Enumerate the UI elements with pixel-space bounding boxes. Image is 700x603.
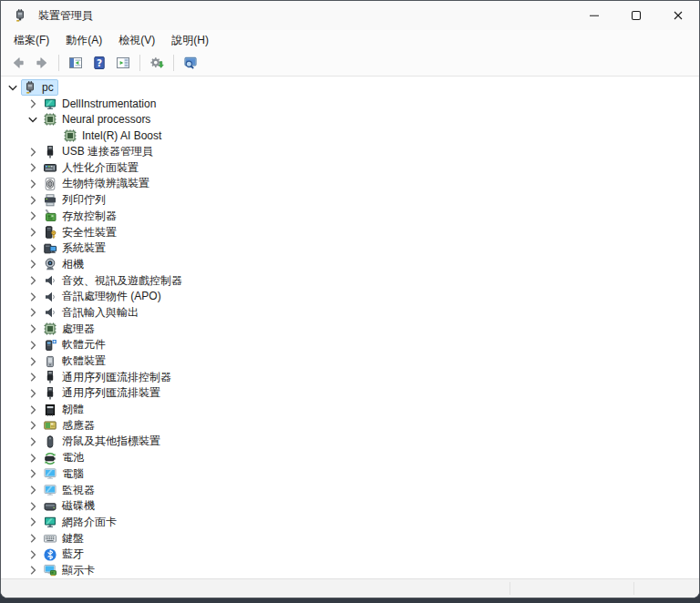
tree-row[interactable]: 通用序列匯流排控制器 xyxy=(1,369,699,385)
chevron-right-icon[interactable] xyxy=(25,499,41,514)
tree-node[interactable]: 感應器 xyxy=(41,417,99,434)
tree-row[interactable]: 軟體元件 xyxy=(1,337,699,353)
tree-node[interactable]: 電池 xyxy=(41,449,88,466)
tree-node[interactable]: 人性化介面裝置 xyxy=(41,159,143,177)
tree-node[interactable]: 軟體裝置 xyxy=(41,353,110,370)
tree-node[interactable]: DellInstrumentation xyxy=(41,96,160,112)
update-driver-button[interactable] xyxy=(146,52,168,74)
tree-node[interactable]: 滑鼠及其他指標裝置 xyxy=(41,433,165,450)
chevron-right-icon[interactable] xyxy=(25,547,41,562)
tree-node[interactable]: 相機 xyxy=(41,256,88,273)
tree-row[interactable]: 生物特徵辨識裝置 xyxy=(1,176,699,192)
tree-node[interactable]: 鍵盤 xyxy=(41,530,88,547)
chevron-right-icon[interactable] xyxy=(25,160,41,175)
tree-row[interactable]: 感應器 xyxy=(1,417,699,434)
chevron-right-icon[interactable] xyxy=(25,290,41,304)
tree-row[interactable]: 網路介面卡 xyxy=(1,515,699,531)
tree-node[interactable]: 電腦 xyxy=(41,465,88,483)
tree-row[interactable]: DellInstrumentation xyxy=(1,96,699,112)
tree-node[interactable]: 生物特徵辨識裝置 xyxy=(41,175,154,192)
tree-node[interactable]: 軟體元件 xyxy=(41,336,110,353)
tree-node[interactable]: Intel(R) AI Boost xyxy=(61,128,166,144)
back-button[interactable] xyxy=(7,52,29,74)
chevron-right-icon[interactable] xyxy=(25,209,41,223)
chevron-right-icon[interactable] xyxy=(25,273,41,288)
tree-row[interactable]: 列印佇列 xyxy=(1,192,699,209)
chevron-right-icon[interactable] xyxy=(25,225,41,240)
chevron-right-icon[interactable] xyxy=(25,97,41,111)
menu-item-action[interactable]: 動作(A) xyxy=(57,30,110,51)
chevron-right-icon[interactable] xyxy=(25,177,41,191)
tree-row[interactable]: pc xyxy=(1,79,699,96)
tree-node[interactable]: 監視器 xyxy=(41,482,99,499)
tree-node[interactable]: 處理器 xyxy=(41,321,99,338)
chevron-right-icon[interactable] xyxy=(25,515,41,529)
tree-row[interactable]: USB 連接器管理員 xyxy=(1,144,699,160)
tree-row[interactable]: 磁碟機 xyxy=(1,498,699,515)
chevron-right-icon[interactable] xyxy=(25,305,41,320)
chevron-right-icon[interactable] xyxy=(25,483,41,497)
tree-row[interactable]: 音訊輸入與輸出 xyxy=(1,305,699,322)
chevron-right-icon[interactable] xyxy=(25,531,41,546)
tree-node[interactable]: 列印佇列 xyxy=(41,191,110,209)
scan-hardware-changes-button[interactable] xyxy=(180,52,201,74)
tree-row[interactable]: 音訊處理物件 (APO) xyxy=(1,289,699,305)
chevron-right-icon[interactable] xyxy=(25,338,41,353)
tree-row[interactable]: 軟體裝置 xyxy=(1,353,699,370)
tree-node[interactable]: Neural processors xyxy=(41,111,155,128)
tree-node[interactable]: pc xyxy=(21,79,58,96)
tree-node[interactable]: 安全性裝置 xyxy=(41,224,121,241)
tree-row[interactable]: 存放控制器 xyxy=(1,209,699,225)
chevron-right-icon[interactable] xyxy=(25,434,41,449)
chevron-right-icon[interactable] xyxy=(25,193,41,208)
chevron-right-icon[interactable] xyxy=(25,354,41,369)
tree-node[interactable]: 音訊處理物件 (APO) xyxy=(41,288,166,305)
tree-row[interactable]: 電池 xyxy=(1,450,699,466)
tree-node[interactable]: 存放控制器 xyxy=(41,208,121,225)
menu-item-file[interactable]: 檔案(F) xyxy=(5,30,57,51)
tree-node[interactable]: 網路介面卡 xyxy=(41,514,121,531)
tree-row[interactable]: 滑鼠及其他指標裝置 xyxy=(1,434,699,450)
tree-row[interactable]: 相機 xyxy=(1,257,699,273)
tree-row[interactable]: 電腦 xyxy=(1,466,699,483)
tree-node[interactable]: 磁碟機 xyxy=(41,497,99,515)
forward-button[interactable] xyxy=(31,52,53,74)
tree-row[interactable]: Neural processors xyxy=(1,111,699,128)
tree-row[interactable]: 安全性裝置 xyxy=(1,224,699,240)
tree-node[interactable]: 通用序列匯流排裝置 xyxy=(41,384,165,402)
tree-node[interactable]: 音效、視訊及遊戲控制器 xyxy=(41,272,187,290)
tree-row[interactable]: 音效、視訊及遊戲控制器 xyxy=(1,272,699,289)
tree-row[interactable]: 處理器 xyxy=(1,321,699,337)
tree-row[interactable]: 監視器 xyxy=(1,482,699,498)
chevron-right-icon[interactable] xyxy=(25,257,41,271)
minimize-button[interactable] xyxy=(573,1,615,30)
chevron-right-icon[interactable] xyxy=(25,386,41,401)
chevron-right-icon[interactable] xyxy=(25,563,41,577)
tree-row[interactable]: 藍牙 xyxy=(1,547,699,563)
tree-node[interactable]: 系統裝置 xyxy=(41,240,110,257)
tree-row[interactable]: 人性化介面裝置 xyxy=(1,159,699,176)
action-pane-toggle-button[interactable] xyxy=(112,52,134,74)
tree-node[interactable]: 顯示卡 xyxy=(41,562,99,578)
tree-node[interactable]: USB 連接器管理員 xyxy=(41,143,158,160)
chevron-right-icon[interactable] xyxy=(25,466,41,481)
menu-item-view[interactable]: 檢視(V) xyxy=(110,30,163,51)
menu-item-help[interactable]: 說明(H) xyxy=(163,30,217,51)
tree-node[interactable]: 韌體 xyxy=(41,401,88,418)
help-button[interactable]: ? xyxy=(88,52,110,74)
chevron-down-icon[interactable] xyxy=(25,112,41,127)
chevron-right-icon[interactable] xyxy=(25,322,41,336)
tree-row[interactable]: 韌體 xyxy=(1,402,699,418)
close-button[interactable] xyxy=(657,1,699,30)
chevron-right-icon[interactable] xyxy=(25,241,41,256)
tree-row[interactable]: 顯示卡 xyxy=(1,563,699,578)
tree-node[interactable]: 通用序列匯流排控制器 xyxy=(41,369,176,386)
chevron-right-icon[interactable] xyxy=(25,370,41,384)
maximize-button[interactable] xyxy=(615,1,657,30)
tree-row[interactable]: 鍵盤 xyxy=(1,530,699,547)
chevron-right-icon[interactable] xyxy=(25,145,41,159)
tree-row[interactable]: Intel(R) AI Boost xyxy=(1,128,699,144)
tree-node[interactable]: 音訊輸入與輸出 xyxy=(41,304,143,322)
tree-node[interactable]: 藍牙 xyxy=(41,546,88,563)
chevron-right-icon[interactable] xyxy=(25,451,41,465)
